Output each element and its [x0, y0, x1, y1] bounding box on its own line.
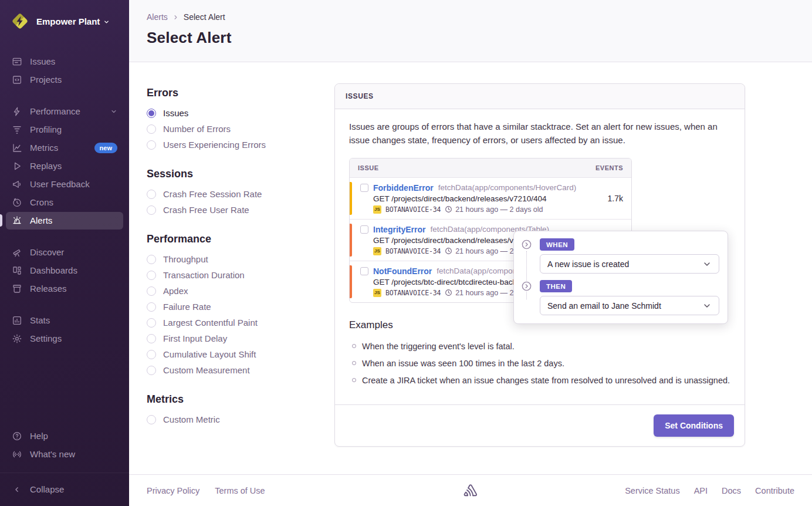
option-apdex[interactable]: Apdex — [147, 283, 311, 299]
option-label: Failure Rate — [163, 302, 211, 312]
radio[interactable] — [147, 302, 156, 312]
sidebar-item-issues[interactable]: Issues — [6, 53, 123, 70]
sidebar-item-alerts[interactable]: Alerts — [6, 212, 123, 230]
option-label: Transaction Duration — [163, 270, 245, 280]
option-transaction-duration[interactable]: Transaction Duration — [147, 267, 311, 283]
org-switcher[interactable]: Empower Plant — [0, 8, 129, 38]
radio[interactable] — [147, 205, 156, 215]
when-condition-select[interactable]: A new issue is created — [540, 254, 719, 274]
issue-path: GET /projects/direct/backend/releases/v7… — [373, 194, 594, 203]
option-throughput[interactable]: Throughput — [147, 251, 311, 267]
sidebar-group-explore: Discover Dashboards Releases — [0, 244, 129, 298]
option-largest-contentful-paint[interactable]: Largest Contentful Paint — [147, 315, 311, 330]
row-checkbox[interactable] — [360, 184, 368, 192]
option-issues[interactable]: Issues — [147, 105, 311, 121]
project-slug: BOTANAVOICE-34 — [385, 289, 441, 297]
radio[interactable] — [147, 334, 156, 343]
site-footer: Privacy Policy Terms of Use Service Stat… — [129, 474, 812, 506]
docs-link[interactable]: Docs — [722, 486, 741, 495]
sidebar: Empower Plant Issues Projects Performanc… — [0, 0, 129, 506]
api-link[interactable]: API — [694, 486, 708, 495]
row-checkbox[interactable] — [360, 267, 368, 275]
sidebar-item-user-feedback[interactable]: User Feedback — [6, 176, 123, 193]
option-custom-metric[interactable]: Custom Metric — [147, 411, 311, 427]
sidebar-item-help[interactable]: Help — [6, 427, 123, 445]
radio[interactable] — [147, 124, 156, 134]
sidebar-item-label: Crons — [30, 197, 53, 208]
radio[interactable] — [147, 140, 156, 150]
section-title: Metrics — [147, 393, 311, 406]
sidebar-item-whats-new[interactable]: What's new — [6, 446, 123, 463]
option-crash-free-session-rate[interactable]: Crash Free Session Rate — [147, 186, 311, 202]
sidebar-item-label: Alerts — [30, 215, 52, 227]
sidebar-item-metrics[interactable]: Metrics new — [6, 139, 123, 157]
then-action-value: Send an email to Jane Schmidt — [547, 301, 661, 311]
terms-of-use-link[interactable]: Terms of Use — [215, 486, 265, 495]
option-custom-measurement[interactable]: Custom Measurement — [147, 362, 311, 378]
radio[interactable] — [147, 271, 156, 280]
radio[interactable] — [147, 286, 156, 296]
option-failure-rate[interactable]: Failure Rate — [147, 299, 311, 315]
sidebar-item-dashboards[interactable]: Dashboards — [6, 262, 123, 279]
breadcrumb: Alerts Select Alert — [147, 12, 794, 22]
service-status-link[interactable]: Service Status — [625, 486, 680, 495]
sidebar-item-label: Help — [30, 430, 48, 442]
section-performance: Performance Throughput Transaction Durat… — [147, 233, 311, 378]
radio-selected[interactable] — [147, 109, 156, 118]
issue-title-link[interactable]: ForbiddenError — [373, 183, 434, 193]
dashboard-grid-icon — [12, 265, 22, 276]
section-title: Sessions — [147, 168, 311, 180]
sidebar-item-stats[interactable]: Stats — [6, 312, 123, 329]
chevron-left-icon — [12, 484, 22, 495]
option-first-input-delay[interactable]: First Input Delay — [147, 330, 311, 346]
sidebar-item-replays[interactable]: Replays — [6, 157, 123, 175]
sidebar-item-projects[interactable]: Projects — [6, 71, 123, 89]
performance-icon — [12, 106, 22, 117]
option-users-experiencing-errors[interactable]: Users Experiencing Errors — [147, 137, 311, 153]
breadcrumb-alerts-link[interactable]: Alerts — [147, 12, 168, 22]
when-badge: WHEN — [540, 238, 574, 251]
panel-header: ISSUES — [335, 84, 745, 109]
sidebar-bottom: Help What's new Collapse — [0, 427, 129, 506]
radio[interactable] — [147, 350, 156, 359]
example-item: Create a JIRA ticket when an issue chang… — [349, 372, 730, 389]
sidebar-item-label: Metrics — [30, 142, 58, 154]
sidebar-collapse-button[interactable]: Collapse — [6, 481, 123, 498]
then-action-select[interactable]: Send an email to Jane Schmidt — [540, 296, 719, 315]
projects-icon — [12, 75, 22, 85]
then-badge: THEN — [540, 280, 572, 292]
option-cumulative-layout-shift[interactable]: Cumulative Layout Shift — [147, 346, 311, 362]
issue-title-link[interactable]: NotFoundError — [373, 267, 432, 276]
sidebar-item-performance[interactable]: Performance — [6, 103, 123, 120]
sidebar-item-crons[interactable]: Crons — [6, 194, 123, 211]
radio[interactable] — [147, 190, 156, 199]
clock-arrow-icon — [12, 197, 22, 208]
telescope-icon — [12, 247, 22, 258]
radio[interactable] — [147, 318, 156, 328]
sidebar-item-profiling[interactable]: Profiling — [6, 121, 123, 139]
example-item: When an issue was seen 100 times in the … — [349, 355, 730, 372]
option-label: Custom Metric — [163, 414, 220, 424]
option-label: Custom Measurement — [163, 365, 250, 375]
when-condition-value: A new issue is created — [547, 259, 629, 269]
alert-type-list: Errors Issues Number of Errors Users Exp… — [147, 87, 311, 474]
clock-icon — [445, 205, 452, 213]
row-checkbox[interactable] — [360, 225, 368, 234]
option-label: First Input Delay — [163, 333, 227, 343]
option-label: Users Experiencing Errors — [163, 140, 266, 150]
sentry-logo-icon[interactable] — [462, 483, 479, 499]
sidebar-item-discover[interactable]: Discover — [6, 244, 123, 261]
option-number-of-errors[interactable]: Number of Errors — [147, 121, 311, 137]
radio[interactable] — [147, 255, 156, 264]
set-conditions-button[interactable]: Set Conditions — [654, 414, 734, 437]
sidebar-item-label: User Feedback — [30, 178, 90, 190]
radio[interactable] — [147, 366, 156, 375]
radio[interactable] — [147, 415, 156, 424]
sidebar-item-settings[interactable]: Settings — [6, 330, 123, 348]
option-crash-free-user-rate[interactable]: Crash Free User Rate — [147, 202, 311, 218]
issue-title-link[interactable]: IntegrityError — [373, 225, 425, 234]
examples-section: Examples When the triggering event's lev… — [349, 319, 730, 389]
privacy-policy-link[interactable]: Privacy Policy — [147, 486, 199, 495]
sidebar-item-releases[interactable]: Releases — [6, 280, 123, 298]
contribute-link[interactable]: Contribute — [755, 486, 794, 495]
